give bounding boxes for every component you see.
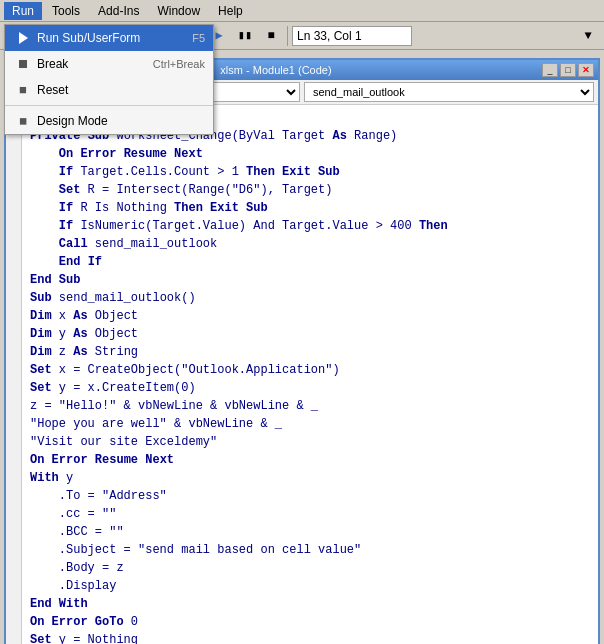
code-line: Dim x As Object (30, 307, 590, 325)
code-line: On Error GoTo 0 (30, 613, 590, 631)
minimize-btn[interactable]: _ (542, 63, 558, 77)
dropdown-arrow[interactable]: ▼ (576, 25, 600, 47)
help-menu[interactable]: Help (210, 2, 251, 20)
code-line: If IsNumeric(Target.Value) And Target.Va… (30, 217, 590, 235)
toolbar-break-btn[interactable]: ▮▮ (233, 25, 257, 47)
design-mode-label: Design Mode (37, 114, 205, 128)
reset-item[interactable]: ■ Reset (5, 77, 213, 103)
xlsm-window-controls: _ □ ✕ (542, 63, 594, 77)
code-line: End Sub (30, 271, 590, 289)
run-menu-container: Run Run Sub/UserForm F5 Break Ctrl+Break… (4, 2, 42, 20)
code-line: Dim z As String (30, 343, 590, 361)
code-line: .Display (30, 577, 590, 595)
code-line: End If (30, 253, 590, 271)
break-shortcut: Ctrl+Break (153, 58, 205, 70)
run-sub-shortcut: F5 (192, 32, 205, 44)
run-menu[interactable]: Run (4, 2, 42, 20)
code-line: Set y = Nothing (30, 631, 590, 644)
code-line: Call send_mail_outlook (30, 235, 590, 253)
code-line: Sub send_mail_outlook() (30, 289, 590, 307)
reset-icon: ■ (13, 80, 33, 100)
xlsm-window: xlsm - Module1 (Code) _ □ ✕ Worksheet_Ch… (4, 58, 600, 644)
vbe-area: xlsm - Module1 (Code) _ □ ✕ Worksheet_Ch… (0, 50, 604, 644)
proc-selector[interactable]: send_mail_outlook (304, 82, 594, 102)
run-sub-label: Run Sub/UserForm (37, 31, 192, 45)
code-line: Set R = Intersect(Range("D6"), Target) (30, 181, 590, 199)
design-mode-item[interactable]: ◼ Design Mode (5, 108, 213, 134)
code-line: On Error Resume Next (30, 145, 590, 163)
toolbar-reset-btn[interactable]: ■ (259, 25, 283, 47)
addins-menu[interactable]: Add-Ins (90, 2, 147, 20)
code-editor[interactable]: Dim R As RangePrivate Sub Worksheet_Chan… (22, 105, 598, 644)
code-line: .cc = "" (30, 505, 590, 523)
run-dropdown: Run Sub/UserForm F5 Break Ctrl+Break ■ R… (4, 24, 214, 135)
code-line: .Body = z (30, 559, 590, 577)
code-line: .To = "Address" (30, 487, 590, 505)
code-area-container: Dim R As RangePrivate Sub Worksheet_Chan… (6, 105, 598, 644)
close-btn[interactable]: ✕ (578, 63, 594, 77)
code-line: "Hope you are well" & vbNewLine & _ (30, 415, 590, 433)
code-line: Dim y As Object (30, 325, 590, 343)
code-line: Set x = CreateObject("Outlook.Applicatio… (30, 361, 590, 379)
code-line: .BCC = "" (30, 523, 590, 541)
code-line: On Error Resume Next (30, 451, 590, 469)
maximize-btn[interactable]: □ (560, 63, 576, 77)
run-sub-userform-item[interactable]: Run Sub/UserForm F5 (5, 25, 213, 51)
location-input[interactable] (292, 26, 412, 46)
break-label: Break (37, 57, 153, 71)
code-line: Set y = x.CreateItem(0) (30, 379, 590, 397)
break-item[interactable]: Break Ctrl+Break (5, 51, 213, 77)
code-line: z = "Hello!" & vbNewLine & vbNewLine & _ (30, 397, 590, 415)
reset-label: Reset (37, 83, 205, 97)
tools-menu[interactable]: Tools (44, 2, 88, 20)
menu-bar: Run Run Sub/UserForm F5 Break Ctrl+Break… (0, 0, 604, 22)
code-line: "Visit our site Exceldemy" (30, 433, 590, 451)
window-menu[interactable]: Window (149, 2, 208, 20)
code-line: With y (30, 469, 590, 487)
break-icon (13, 54, 33, 74)
code-line: End With (30, 595, 590, 613)
code-line: If R Is Nothing Then Exit Sub (30, 199, 590, 217)
code-line: If Target.Cells.Count > 1 Then Exit Sub (30, 163, 590, 181)
play-icon (13, 28, 33, 48)
toolbar-sep4 (287, 26, 288, 46)
left-sidebar (6, 105, 22, 644)
design-icon: ◼ (13, 111, 33, 131)
code-line: .Subject = "send mail based on cell valu… (30, 541, 590, 559)
menu-separator (5, 105, 213, 106)
